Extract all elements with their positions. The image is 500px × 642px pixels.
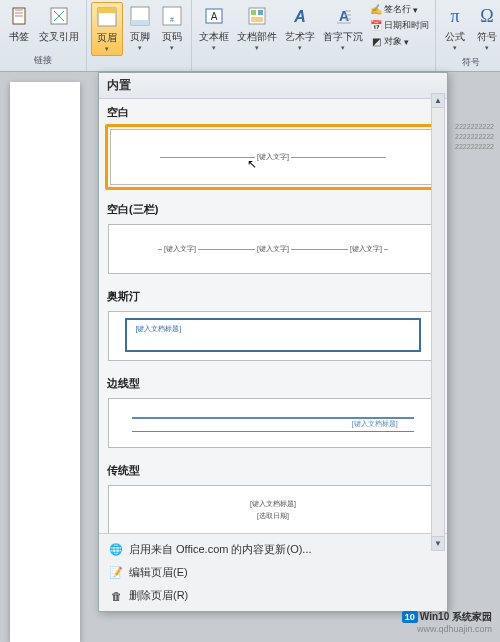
svg-rect-5: [131, 20, 149, 25]
item-label-austin: 奥斯汀: [101, 285, 445, 306]
chevron-down-icon: ▾: [212, 44, 216, 52]
remove-header-button[interactable]: 🗑 删除页眉(R): [99, 584, 447, 607]
edit-icon: 📝: [109, 566, 123, 580]
chevron-down-icon: ▾: [138, 44, 142, 52]
dropcap-button[interactable]: A 首字下沉 ▾: [320, 2, 366, 54]
equation-icon: π: [443, 4, 467, 28]
item-label-traditional: 传统型: [101, 459, 445, 480]
object-button[interactable]: ◩对象 ▾: [368, 34, 431, 49]
chevron-down-icon: ▾: [170, 44, 174, 52]
header-icon: [95, 5, 119, 29]
object-icon: ◩: [370, 36, 382, 48]
svg-text:A: A: [339, 8, 349, 24]
svg-rect-11: [251, 10, 256, 15]
dropdown-footer: 🌐 启用来自 Office.com 的内容更新(O)... 📝 编辑页眉(E) …: [99, 533, 447, 611]
dropdown-list[interactable]: 空白 [键入文字] ↖ 空白(三栏) [键入文字] [键入文字] [键入文字] …: [99, 99, 447, 533]
preview-blank3: [键入文字] [键入文字] [键入文字]: [108, 224, 438, 274]
symbol-icon: Ω: [475, 4, 499, 28]
chevron-down-icon: ▾: [105, 45, 109, 53]
gallery-item-traditional[interactable]: [键入文档标题] [选取日期]: [105, 482, 441, 533]
chevron-down-icon: ▾: [485, 44, 489, 52]
chevron-down-icon: ▾: [298, 44, 302, 52]
watermark-url: www.qdhuajin.com: [417, 624, 492, 634]
gallery-item-blank3[interactable]: [键入文字] [键入文字] [键入文字]: [105, 221, 441, 277]
page-edge: [10, 82, 80, 642]
wordart-button[interactable]: A 艺术字 ▾: [282, 2, 318, 54]
pagenumber-button[interactable]: # 页码 ▾: [157, 2, 187, 54]
ribbon-group-links: 书签 交叉引用 链接: [0, 0, 87, 71]
crossref-icon: [47, 4, 71, 28]
gallery-item-austin[interactable]: [键入文档标题]: [105, 308, 441, 364]
wordart-icon: A: [288, 4, 312, 28]
header-button[interactable]: 页眉 ▾: [91, 2, 123, 56]
item-label-blank3: 空白(三栏): [101, 198, 445, 219]
signature-icon: ✍: [370, 4, 382, 16]
ribbon-group-headerfooter: 页眉 ▾ 页脚 ▾ # 页码 ▾: [87, 0, 192, 71]
crossref-button[interactable]: 交叉引用: [36, 2, 82, 46]
datetime-button[interactable]: 📅日期和时间: [368, 18, 431, 33]
svg-rect-12: [258, 10, 263, 15]
svg-rect-13: [251, 17, 263, 22]
scroll-up-icon[interactable]: ▲: [432, 99, 444, 108]
gallery-item-bordered[interactable]: [键入文档标题]: [105, 395, 441, 451]
watermark-brand: Win10 系统家园: [420, 610, 492, 624]
quickparts-button[interactable]: 文档部件 ▾: [234, 2, 280, 54]
remove-icon: 🗑: [109, 589, 123, 603]
chevron-down-icon: ▾: [341, 44, 345, 52]
group-label-symbols: 符号: [462, 54, 480, 71]
office-icon: 🌐: [109, 543, 123, 557]
equation-button[interactable]: π 公式 ▾: [440, 2, 470, 54]
quickparts-icon: [245, 4, 269, 28]
item-label-blank: 空白: [101, 101, 445, 122]
preview-austin: [键入文档标题]: [108, 311, 438, 361]
header-gallery-dropdown: 内置 空白 [键入文字] ↖ 空白(三栏) [键入文字] [键入文字] [键入文…: [98, 72, 448, 612]
bookmark-button[interactable]: 书签: [4, 2, 34, 46]
svg-text:#: #: [170, 16, 174, 23]
ribbon: 书签 交叉引用 链接 页眉 ▾ 页脚 ▾ # 页码 ▾: [0, 0, 500, 72]
chevron-down-icon: ▾: [453, 44, 457, 52]
svg-rect-3: [98, 8, 116, 13]
svg-text:A: A: [293, 8, 306, 25]
preview-traditional: [键入文档标题] [选取日期]: [108, 485, 438, 533]
footer-icon: [128, 4, 152, 28]
svg-text:A: A: [211, 11, 218, 22]
item-label-bordered: 边线型: [101, 372, 445, 393]
watermark-badge: 10: [402, 611, 418, 623]
gallery-item-blank[interactable]: [键入文字] ↖: [105, 124, 441, 190]
edit-header-button[interactable]: 📝 编辑页眉(E): [99, 561, 447, 584]
dropcap-icon: A: [331, 4, 355, 28]
textbox-icon: A: [202, 4, 226, 28]
signature-button[interactable]: ✍签名行 ▾: [368, 2, 431, 17]
preview-bordered: [键入文档标题]: [108, 398, 438, 448]
symbol-button[interactable]: Ω 符号 ▾: [472, 2, 500, 54]
dropdown-title: 内置: [99, 73, 447, 99]
ribbon-group-symbols: π 公式 ▾ Ω 符号 ▾ 符号: [436, 0, 500, 71]
watermark: 10 Win10 系统家园 www.qdhuajin.com: [402, 610, 492, 634]
datetime-icon: 📅: [370, 20, 382, 32]
preview-blank: [键入文字] ↖: [110, 129, 436, 185]
gallery-scrollbar[interactable]: ▲ ▼: [431, 99, 445, 533]
pagenumber-icon: #: [160, 4, 184, 28]
bookmark-icon: [7, 4, 31, 28]
textbox-button[interactable]: A 文本框 ▾: [196, 2, 232, 54]
group-label-links: 链接: [34, 52, 52, 69]
office-content-button[interactable]: 🌐 启用来自 Office.com 的内容更新(O)...: [99, 538, 447, 561]
cursor-icon: ↖: [247, 157, 257, 171]
ribbon-group-text: A 文本框 ▾ 文档部件 ▾ A 艺术字 ▾ A 首字下沉 ▾ ✍签名行 ▾: [192, 0, 436, 71]
chevron-down-icon: ▾: [255, 44, 259, 52]
footer-button[interactable]: 页脚 ▾: [125, 2, 155, 54]
doc-sample-text: 2222222222 2222222222 2222222222: [455, 122, 494, 151]
